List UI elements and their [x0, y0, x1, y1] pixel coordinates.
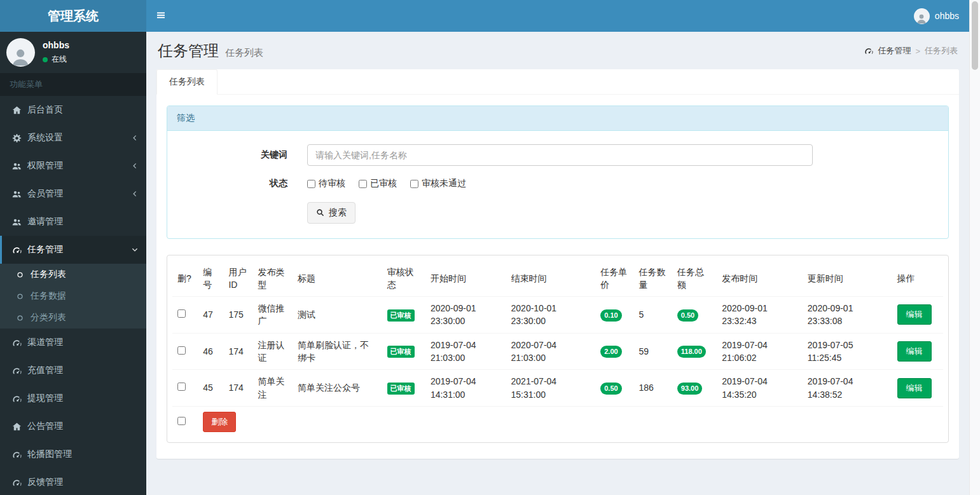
gear-icon [11, 133, 22, 143]
total-badge: 0.50 [677, 309, 698, 322]
status-checkbox[interactable] [410, 180, 418, 188]
user-status[interactable]: 在线 [43, 54, 69, 65]
filter-panel: 筛选 关键词 状态 待审核已审核审核未通过 [167, 105, 949, 239]
column-header: 开始时间 [425, 261, 506, 297]
sidebar-toggle-button[interactable] [146, 0, 176, 32]
column-header: 发布类型 [253, 261, 293, 297]
sidebar-subitem-任务数据[interactable]: 任务数据 [0, 285, 146, 307]
cell-start-time: 2019-07-04 14:31:00 [425, 370, 506, 407]
sidebar-item-会员管理[interactable]: 会员管理 [0, 180, 146, 208]
sidebar-subitem-任务列表[interactable]: 任务列表 [0, 264, 146, 285]
row-select-checkbox[interactable] [177, 383, 186, 391]
status-badge: 已审核 [387, 346, 415, 358]
table-row: 45174简单关注简单关注公众号已审核2019-07-04 14:31:0020… [172, 370, 943, 407]
price-badge: 0.50 [600, 383, 621, 395]
row-select-checkbox[interactable] [177, 309, 186, 318]
sidebar-item-权限管理[interactable]: 权限管理 [0, 152, 146, 180]
search-icon [316, 208, 324, 217]
row-select-checkbox[interactable] [177, 346, 186, 355]
cell-bulk-actions: 删除 [198, 406, 943, 437]
breadcrumb-root[interactable]: 任务管理 [878, 45, 911, 57]
cell-published: 2019-07-04 21:06:02 [717, 333, 803, 370]
cell-price: 2.00 [595, 333, 633, 370]
chevron-down-icon [131, 246, 139, 254]
select-all-checkbox[interactable] [177, 417, 186, 425]
cell-select [172, 370, 198, 407]
tab-content: 筛选 关键词 状态 待审核已审核审核未通过 [156, 95, 959, 459]
cell-actions: 编辑 [892, 333, 944, 370]
gauge-icon [11, 245, 22, 255]
column-header: 发布时间 [717, 261, 803, 297]
sidebar-item-反馈管理[interactable]: 反馈管理 [0, 468, 146, 495]
sidebar-item-轮播图管理[interactable]: 轮播图管理 [0, 440, 146, 468]
edit-button[interactable]: 编辑 [897, 341, 932, 362]
total-badge: 93.00 [677, 383, 703, 395]
cell-updated: 2019-07-04 14:38:52 [803, 370, 892, 407]
cell-updated: 2019-07-05 11:25:45 [803, 333, 892, 370]
gauge-icon [11, 393, 22, 403]
keyword-input[interactable] [307, 144, 813, 166]
sidebar-item-系统设置[interactable]: 系统设置 [0, 124, 146, 152]
breadcrumb: 任务管理 > 任务列表 [864, 45, 958, 57]
search-button[interactable]: 搜索 [307, 202, 355, 224]
app-logo[interactable]: 管理系统 [0, 0, 146, 32]
scrollbar-thumb[interactable] [972, 1, 978, 70]
home-icon [11, 421, 22, 431]
online-dot-icon [43, 57, 48, 62]
status-row: 状态 待审核已审核审核未通过 [177, 178, 939, 190]
edit-button[interactable]: 编辑 [897, 304, 932, 325]
status-option-已审核[interactable]: 已审核 [359, 178, 397, 189]
sidebar-item-后台首页[interactable]: 后台首页 [0, 96, 146, 124]
main-content: 任务管理任务列表 任务管理 > 任务列表 任务列表 筛选 [146, 32, 969, 495]
gauge-icon [11, 365, 22, 376]
home-icon [11, 105, 22, 115]
status-checkbox[interactable] [307, 180, 315, 188]
cell-start-time: 2019-07-04 21:03:00 [425, 333, 506, 370]
vertical-scrollbar[interactable] [969, 0, 980, 495]
gauge-icon [11, 477, 22, 487]
content-header: 任务管理任务列表 任务管理 > 任务列表 [156, 39, 959, 69]
cell-price: 0.50 [595, 370, 633, 407]
sidebar-item-充值管理[interactable]: 充值管理 [0, 356, 146, 384]
sidebar-item-提现管理[interactable]: 提现管理 [0, 384, 146, 412]
sidebar-subitem-label: 分类列表 [31, 312, 66, 323]
tab-task-list[interactable]: 任务列表 [156, 69, 217, 95]
sidebar-avatar-icon [6, 38, 35, 67]
sidebar-item-label: 后台首页 [27, 104, 139, 116]
user-avatar-icon [914, 8, 930, 24]
status-option-label: 待审核 [319, 178, 345, 189]
sidebar: ohbbs 在线 功能菜单 后台首页系统设置权限管理会员管理邀请管理任务管理任务… [0, 32, 146, 495]
sidebar-subitem-label: 任务列表 [31, 269, 66, 280]
page-title: 任务管理任务列表 [158, 41, 263, 61]
sidebar-item-label: 系统设置 [27, 132, 125, 144]
search-row: 搜索 [177, 202, 939, 224]
circle-o-icon [15, 313, 25, 323]
chevron-left-icon [131, 162, 139, 170]
sidebar-item-公告管理[interactable]: 公告管理 [0, 412, 146, 440]
cell-actions: 编辑 [892, 297, 944, 334]
page-subtitle: 任务列表 [225, 47, 263, 58]
status-option-待审核[interactable]: 待审核 [307, 178, 345, 189]
sidebar-submenu: 任务列表任务数据分类列表 [0, 264, 146, 329]
cell-published: 2019-07-04 14:35:20 [717, 370, 803, 407]
sidebar-item-label: 提现管理 [27, 393, 139, 404]
hamburger-icon [156, 10, 166, 22]
sidebar-item-邀请管理[interactable]: 邀请管理 [0, 208, 146, 236]
user-menu[interactable]: ohbbs [904, 0, 969, 32]
cell-start-time: 2020-09-01 23:30:00 [425, 297, 506, 334]
sidebar-item-任务管理[interactable]: 任务管理 [0, 236, 146, 264]
dashboard-icon [864, 46, 873, 55]
task-table-body: 47175微信推广测试已审核2020-09-01 23:30:002020-10… [172, 297, 943, 437]
edit-button[interactable]: 编辑 [897, 378, 932, 398]
sidebar-subitem-分类列表[interactable]: 分类列表 [0, 307, 146, 329]
bulk-delete-button[interactable]: 删除 [203, 412, 236, 432]
search-button-label: 搜索 [329, 207, 347, 219]
status-checkbox[interactable] [359, 180, 367, 188]
cell-id: 47 [198, 297, 223, 334]
column-header: 更新时间 [803, 261, 892, 297]
sidebar-item-渠道管理[interactable]: 渠道管理 [0, 329, 146, 356]
sidebar-menu: 后台首页系统设置权限管理会员管理邀请管理任务管理任务列表任务数据分类列表渠道管理… [0, 96, 146, 495]
navbar-user-name: ohbbs [935, 11, 959, 21]
status-option-审核未通过[interactable]: 审核未通过 [410, 178, 466, 189]
cell-title: 简单刷脸认证，不绑卡 [293, 333, 382, 370]
